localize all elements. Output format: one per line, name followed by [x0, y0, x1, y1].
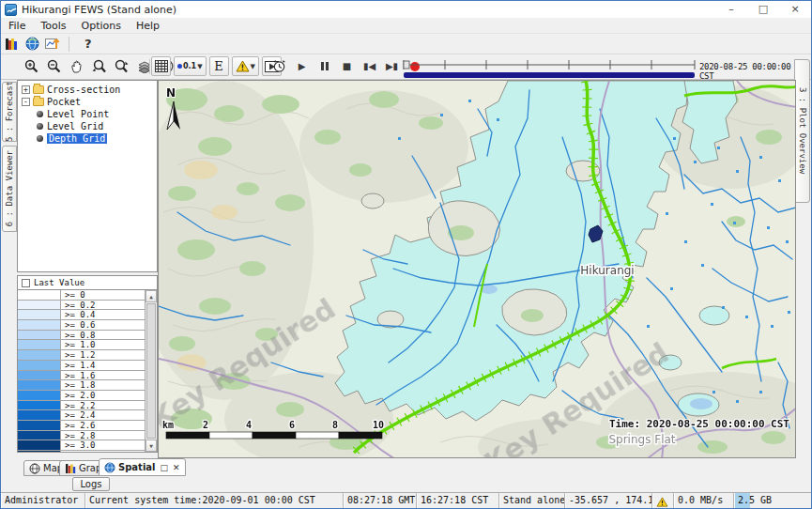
contour-interval-dropdown[interactable]: 0.1 ▼ [174, 56, 207, 76]
pause-button[interactable] [314, 56, 334, 76]
legend-row: >= 0.8 [18, 331, 157, 341]
scroll-up-icon[interactable]: ▲ [146, 290, 157, 302]
menu-file[interactable]: File [1, 20, 33, 32]
legend-row: >= 1.6 [18, 371, 157, 381]
map-time-label: Time: 2020-08-25 00:00:00 CST [609, 418, 789, 430]
globe-icon [29, 463, 40, 474]
skip-to-end-button[interactable]: ▶▮ [382, 56, 402, 76]
status-coordinates: -35.657 , 174.199 [565, 493, 652, 509]
play-button[interactable]: ▶ [292, 56, 312, 76]
tab-forecast[interactable]: 5 : Forecast [2, 82, 17, 142]
last-value-label: Last Value [34, 278, 84, 287]
time-settings-icon[interactable] [269, 56, 289, 76]
chevron-down-icon: ▼ [251, 63, 255, 70]
main-toolbar: ? [1, 34, 811, 54]
menu-options[interactable]: Options [74, 20, 129, 32]
legend-row: >= 1.2 [18, 350, 157, 361]
next-zoom-icon[interactable] [112, 56, 131, 76]
scale-bar-segments [166, 432, 382, 439]
current-time-label: 2020-08-25 00:00:00 CST [699, 62, 803, 81]
logs-button[interactable]: Logs [72, 477, 110, 491]
last-value-checkbox[interactable] [22, 279, 30, 287]
menu-help[interactable]: Help [129, 20, 167, 32]
maximize-button[interactable]: □ [747, 1, 779, 18]
map-display-button[interactable] [22, 35, 42, 53]
time-slider[interactable] [402, 57, 697, 79]
status-warning-cell[interactable] [652, 493, 674, 509]
pan-hand-icon[interactable] [67, 56, 86, 76]
legend-row: >= 3.0 [18, 440, 157, 451]
layer-bullet-icon [37, 111, 43, 117]
panel-tab-bar: Map Graph Spatial □ ✕ [1, 458, 811, 477]
grid-display-button[interactable] [151, 56, 171, 76]
legend-scrollbar[interactable]: ▲ ▼ [145, 290, 157, 452]
legend-button[interactable]: E [209, 56, 229, 76]
legend-row: >= 0.2 [18, 301, 157, 311]
place-label-hikurangi: Hikurangi [580, 264, 634, 277]
expander-icon[interactable]: + [22, 85, 30, 94]
skip-to-start-button[interactable]: ▮◀ [360, 56, 379, 76]
status-user: Administrator [1, 493, 85, 509]
tree-item-level-grid[interactable]: Level Grid [20, 120, 157, 131]
svg-text:10: 10 [373, 420, 384, 430]
thresholds-dropdown[interactable]: ▼ [232, 56, 259, 76]
tab-spatial[interactable]: Spatial □ ✕ [99, 458, 186, 476]
window-title: Hikurangi FEWS (Stand alone) [22, 4, 176, 16]
tree-item-pocket[interactable]: - Pocket [20, 96, 157, 107]
scroll-down-icon[interactable]: ▼ [146, 440, 157, 452]
warning-icon [236, 60, 250, 72]
status-download-speed: 0.0 MB/s [674, 493, 734, 509]
place-label-springs-flat: Springs Flat [608, 433, 675, 446]
svg-text:N: N [166, 86, 176, 100]
timeseries-display-button[interactable] [42, 35, 63, 53]
globe-icon [104, 462, 115, 473]
tab-plot-overview[interactable]: 3 : Plot Overview [794, 59, 810, 203]
svg-text:4: 4 [246, 420, 252, 430]
folder-icon [33, 85, 44, 94]
expander-icon[interactable]: - [22, 98, 30, 106]
status-mode: Stand alone [499, 493, 565, 509]
warning-icon [656, 497, 668, 507]
zoom-in-icon[interactable] [22, 56, 41, 76]
application-window: Hikurangi FEWS (Stand alone) – □ × File … [0, 0, 812, 509]
last-value-row: Last Value [18, 276, 157, 290]
legend-row: >= 2.6 [18, 421, 157, 431]
close-panel-icon[interactable]: ✕ [173, 463, 180, 472]
interval-dot-icon [177, 64, 182, 69]
svg-text:6: 6 [289, 420, 295, 430]
tab-data-viewer[interactable]: 6 : Data Viewer [2, 146, 17, 232]
chevron-down-icon: ▼ [197, 63, 202, 70]
menu-bar: File Tools Options Help [1, 18, 811, 34]
tree-item-cross-section[interactable]: + Cross-section [20, 84, 157, 95]
svg-text:8: 8 [332, 420, 338, 430]
status-system-time: Current system time:2020-09-01 00:00 CST [85, 493, 344, 509]
status-bar: Administrator Current system time:2020-0… [1, 492, 811, 509]
toolbar-separator [69, 37, 69, 52]
previous-zoom-icon[interactable] [89, 56, 109, 76]
stop-button[interactable]: ■ [337, 56, 357, 76]
database-display-button[interactable] [1, 35, 22, 53]
svg-text:km: km [162, 420, 174, 430]
legend-row: >= 1.0 [18, 340, 157, 350]
scrollbar-thumb[interactable] [146, 303, 156, 439]
help-button[interactable]: ? [75, 37, 101, 51]
menu-tools[interactable]: Tools [33, 20, 73, 32]
close-button[interactable]: × [779, 1, 811, 18]
legend-row: >= 3.2 [18, 451, 157, 452]
legend-row: >= 0.4 [18, 310, 157, 320]
legend-row: >= 2.8 [18, 431, 157, 441]
toolbar-separator [149, 59, 150, 74]
legend-row: >= 1.4 [18, 361, 157, 371]
spatial-layer-tree: + Cross-section - Pocket Level Point Lev… [17, 80, 158, 272]
legend-row: >= 0.6 [18, 320, 157, 331]
map-view[interactable]: API Key Required API Key Required Hikura… [158, 80, 796, 458]
restore-panel-icon[interactable]: □ [161, 463, 169, 472]
folder-icon [33, 98, 44, 106]
minimize-button[interactable]: – [715, 1, 747, 18]
tree-item-depth-grid[interactable]: Depth Grid [20, 132, 157, 144]
status-local-time: 16:27:18 CST [417, 493, 499, 509]
map-toolbar: 0.1 ▼ E ▼ ▶ ■ ▮◀ ▶▮ [1, 54, 811, 80]
tree-item-level-point[interactable]: Level Point [20, 108, 157, 119]
zoom-out-icon[interactable] [44, 56, 64, 76]
legend-row: >= 1.8 [18, 380, 157, 391]
